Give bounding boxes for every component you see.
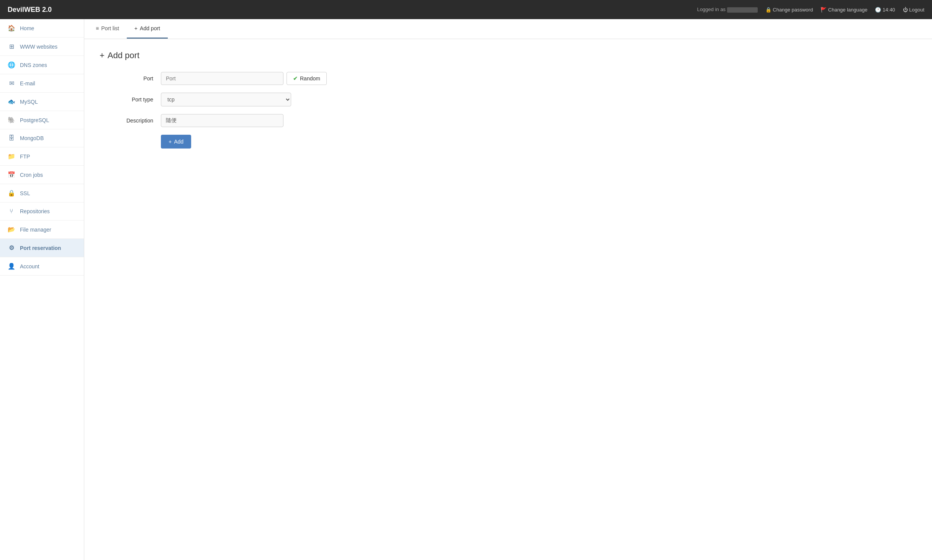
sidebar-label-ssl: SSL [20,190,30,196]
sidebar-item-filemanager[interactable]: 📂 File manager [0,220,84,239]
ftp-icon: 📁 [8,153,15,160]
sidebar-item-dns[interactable]: 🌐 DNS zones [0,56,84,74]
sidebar-label-ftp: FTP [20,153,30,160]
sidebar-item-portreservation[interactable]: ⚙ Port reservation [0,239,84,257]
app-brand: DevilWEB 2.0 [8,6,52,14]
navbar-right: Logged in as 🔒 Change password 🚩 Change … [697,7,924,13]
cron-icon: 📅 [8,171,15,178]
time-display: 🕐 14:40 [875,7,895,13]
logged-in-user [727,7,758,13]
description-label: Description [100,118,161,124]
postgresql-icon: 🐘 [8,116,15,124]
sidebar-label-home: Home [20,25,34,31]
description-input[interactable] [161,114,283,127]
porttype-control-wrapper: tcp udp [161,93,291,106]
ssl-icon: 🔒 [8,189,15,197]
sidebar: 🏠 Home ⊞ WWW websites 🌐 DNS zones ✉ E-ma… [0,19,84,560]
description-control-wrapper [161,114,283,127]
sidebar-label-cron: Cron jobs [20,172,43,178]
port-input[interactable] [161,72,283,85]
sidebar-item-home[interactable]: 🏠 Home [0,19,84,38]
mysql-icon: 🐟 [8,98,15,105]
email-icon: ✉ [8,80,15,87]
porttype-select[interactable]: tcp udp [161,93,291,106]
sidebar-label-www: WWW websites [20,44,57,50]
addport-tab-label: Add port [140,25,160,31]
change-language-link[interactable]: 🚩 Change language [821,7,867,13]
sidebar-item-repositories[interactable]: ⑂ Repositories [0,202,84,220]
portreservation-icon: ⚙ [8,244,15,251]
logout-link[interactable]: ⏻ Logout [903,7,924,13]
logged-in-label: Logged in as [697,7,758,13]
add-button-icon: + [169,139,172,145]
sidebar-item-www[interactable]: ⊞ WWW websites [0,38,84,56]
sidebar-label-mongodb: MongoDB [20,135,44,141]
portlist-tab-icon: ≡ [96,25,99,31]
form-content: + Add port Port ✔ Random Port type [84,39,932,560]
tab-portlist[interactable]: ≡ Port list [88,19,127,39]
change-password-link[interactable]: 🔒 Change password [765,7,813,13]
sidebar-label-repositories: Repositories [20,208,50,214]
repositories-icon: ⑂ [8,208,15,215]
checkmark-icon: ✔ [293,75,298,82]
page-title-icon: + [100,51,105,60]
port-label: Port [100,75,161,82]
sidebar-label-email: E-mail [20,80,35,87]
sidebar-label-dns: DNS zones [20,62,47,68]
page-title: + Add port [100,51,917,60]
mongodb-icon: 🗄 [8,135,15,142]
button-row: + Add [161,135,917,149]
navbar: DevilWEB 2.0 Logged in as 🔒 Change passw… [0,0,932,19]
main-content: ≡ Port list + Add port + Add port Port ✔ [84,19,932,560]
tab-bar: ≡ Port list + Add port [84,19,932,39]
sidebar-item-cron[interactable]: 📅 Cron jobs [0,166,84,184]
port-control-wrapper: ✔ Random [161,72,327,85]
description-row: Description [100,114,917,127]
tab-addport[interactable]: + Add port [127,19,168,39]
porttype-label: Port type [100,96,161,103]
sidebar-item-email[interactable]: ✉ E-mail [0,74,84,93]
sidebar-item-mysql[interactable]: 🐟 MySQL [0,93,84,111]
port-row: Port ✔ Random [100,72,917,85]
portlist-tab-label: Port list [101,25,119,31]
www-icon: ⊞ [8,43,15,50]
random-button[interactable]: ✔ Random [287,72,327,85]
sidebar-label-postgresql: PostgreSQL [20,117,49,123]
account-icon: 👤 [8,263,15,270]
sidebar-label-mysql: MySQL [20,99,38,105]
sidebar-label-portreservation: Port reservation [20,245,61,251]
dns-icon: 🌐 [8,61,15,69]
sidebar-label-filemanager: File manager [20,227,51,233]
home-icon: 🏠 [8,24,15,32]
sidebar-item-account[interactable]: 👤 Account [0,257,84,276]
sidebar-item-ssl[interactable]: 🔒 SSL [0,184,84,202]
porttype-row: Port type tcp udp [100,93,917,106]
sidebar-item-ftp[interactable]: 📁 FTP [0,147,84,166]
filemanager-icon: 📂 [8,226,15,233]
sidebar-item-mongodb[interactable]: 🗄 MongoDB [0,129,84,147]
addport-tab-icon: + [134,25,138,31]
sidebar-item-postgresql[interactable]: 🐘 PostgreSQL [0,111,84,129]
sidebar-label-account: Account [20,263,39,269]
add-button[interactable]: + Add [161,135,191,149]
